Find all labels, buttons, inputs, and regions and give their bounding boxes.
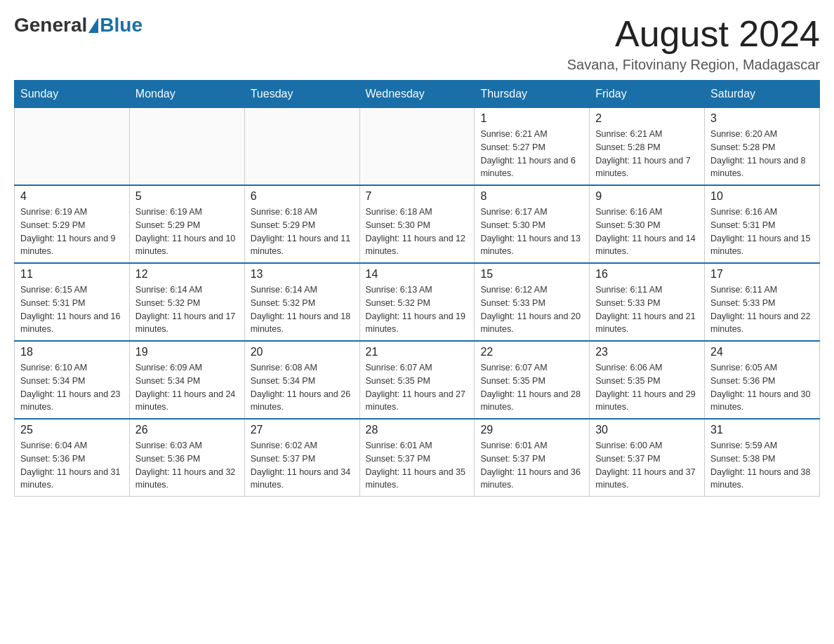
day-number: 6 bbox=[251, 190, 354, 203]
day-info: Sunrise: 6:01 AMSunset: 5:37 PMDaylight:… bbox=[480, 439, 583, 492]
day-info: Sunrise: 6:19 AMSunset: 5:29 PMDaylight:… bbox=[135, 206, 239, 258]
day-info: Sunrise: 6:06 AMSunset: 5:35 PMDaylight:… bbox=[595, 361, 699, 414]
day-info: Sunrise: 6:02 AMSunset: 5:37 PMDaylight:… bbox=[251, 439, 354, 492]
day-info: Sunrise: 6:07 AMSunset: 5:35 PMDaylight:… bbox=[366, 361, 469, 414]
day-number: 25 bbox=[20, 424, 124, 436]
calendar-week-row: 4Sunrise: 6:19 AMSunset: 5:29 PMDaylight… bbox=[15, 185, 820, 263]
table-row: 5Sunrise: 6:19 AMSunset: 5:29 PMDaylight… bbox=[129, 185, 244, 263]
day-info: Sunrise: 6:16 AMSunset: 5:31 PMDaylight:… bbox=[710, 206, 814, 258]
day-info: Sunrise: 6:18 AMSunset: 5:29 PMDaylight:… bbox=[251, 206, 354, 258]
table-row: 27Sunrise: 6:02 AMSunset: 5:37 PMDayligh… bbox=[244, 419, 359, 497]
table-row: 31Sunrise: 5:59 AMSunset: 5:38 PMDayligh… bbox=[705, 419, 820, 497]
day-number: 24 bbox=[710, 346, 814, 358]
day-info: Sunrise: 6:10 AMSunset: 5:34 PMDaylight:… bbox=[20, 361, 124, 414]
table-row: 15Sunrise: 6:12 AMSunset: 5:33 PMDayligh… bbox=[475, 263, 590, 341]
day-number: 31 bbox=[710, 424, 814, 436]
table-row: 14Sunrise: 6:13 AMSunset: 5:32 PMDayligh… bbox=[359, 263, 475, 341]
logo: General Blue bbox=[14, 14, 143, 36]
table-row: 19Sunrise: 6:09 AMSunset: 5:34 PMDayligh… bbox=[129, 341, 244, 419]
day-number: 26 bbox=[135, 424, 239, 436]
table-row: 25Sunrise: 6:04 AMSunset: 5:36 PMDayligh… bbox=[15, 419, 130, 497]
day-number: 20 bbox=[251, 346, 354, 358]
day-number: 23 bbox=[595, 346, 699, 358]
day-info: Sunrise: 6:09 AMSunset: 5:34 PMDaylight:… bbox=[135, 361, 239, 414]
day-number: 30 bbox=[595, 424, 699, 436]
header-thursday: Thursday bbox=[475, 81, 590, 108]
table-row: 10Sunrise: 6:16 AMSunset: 5:31 PMDayligh… bbox=[705, 185, 820, 263]
calendar-header-row: Sunday Monday Tuesday Wednesday Thursday… bbox=[15, 81, 820, 108]
day-number: 14 bbox=[366, 268, 469, 281]
day-info: Sunrise: 6:21 AMSunset: 5:28 PMDaylight:… bbox=[595, 128, 699, 180]
table-row: 2Sunrise: 6:21 AMSunset: 5:28 PMDaylight… bbox=[590, 108, 705, 186]
table-row: 16Sunrise: 6:11 AMSunset: 5:33 PMDayligh… bbox=[590, 263, 705, 341]
logo-blue-text: Blue bbox=[100, 14, 143, 36]
day-number: 2 bbox=[595, 112, 699, 125]
calendar-week-row: 18Sunrise: 6:10 AMSunset: 5:34 PMDayligh… bbox=[15, 341, 820, 419]
day-number: 13 bbox=[251, 268, 354, 281]
day-info: Sunrise: 6:00 AMSunset: 5:37 PMDaylight:… bbox=[595, 439, 699, 492]
table-row: 3Sunrise: 6:20 AMSunset: 5:28 PMDaylight… bbox=[705, 108, 820, 186]
table-row bbox=[15, 108, 130, 186]
day-number: 1 bbox=[480, 112, 583, 125]
table-row: 26Sunrise: 6:03 AMSunset: 5:36 PMDayligh… bbox=[129, 419, 244, 497]
day-info: Sunrise: 6:12 AMSunset: 5:33 PMDaylight:… bbox=[480, 283, 583, 336]
day-info: Sunrise: 6:08 AMSunset: 5:34 PMDaylight:… bbox=[251, 361, 354, 414]
table-row: 13Sunrise: 6:14 AMSunset: 5:32 PMDayligh… bbox=[244, 263, 359, 341]
table-row: 17Sunrise: 6:11 AMSunset: 5:33 PMDayligh… bbox=[705, 263, 820, 341]
day-info: Sunrise: 6:03 AMSunset: 5:36 PMDaylight:… bbox=[135, 439, 239, 492]
table-row: 18Sunrise: 6:10 AMSunset: 5:34 PMDayligh… bbox=[15, 341, 130, 419]
day-info: Sunrise: 6:17 AMSunset: 5:30 PMDaylight:… bbox=[480, 206, 583, 258]
day-info: Sunrise: 6:14 AMSunset: 5:32 PMDaylight:… bbox=[251, 283, 354, 336]
day-number: 15 bbox=[480, 268, 583, 281]
day-number: 19 bbox=[135, 346, 239, 358]
day-info: Sunrise: 5:59 AMSunset: 5:38 PMDaylight:… bbox=[710, 439, 814, 492]
day-info: Sunrise: 6:14 AMSunset: 5:32 PMDaylight:… bbox=[135, 283, 239, 336]
table-row bbox=[359, 108, 475, 186]
table-row: 11Sunrise: 6:15 AMSunset: 5:31 PMDayligh… bbox=[15, 263, 130, 341]
day-number: 8 bbox=[480, 190, 583, 203]
table-row bbox=[244, 108, 359, 186]
logo-triangle-icon bbox=[88, 18, 98, 33]
table-row: 1Sunrise: 6:21 AMSunset: 5:27 PMDaylight… bbox=[475, 108, 590, 186]
table-row: 9Sunrise: 6:16 AMSunset: 5:30 PMDaylight… bbox=[590, 185, 705, 263]
day-info: Sunrise: 6:21 AMSunset: 5:27 PMDaylight:… bbox=[480, 128, 583, 180]
day-info: Sunrise: 6:05 AMSunset: 5:36 PMDaylight:… bbox=[710, 361, 814, 414]
day-number: 9 bbox=[595, 190, 699, 203]
day-info: Sunrise: 6:11 AMSunset: 5:33 PMDaylight:… bbox=[710, 283, 814, 336]
page-header: General Blue August 2024 Savana, Fitovin… bbox=[14, 14, 820, 73]
header-wednesday: Wednesday bbox=[359, 81, 475, 108]
header-tuesday: Tuesday bbox=[244, 81, 359, 108]
header-monday: Monday bbox=[129, 81, 244, 108]
day-info: Sunrise: 6:19 AMSunset: 5:29 PMDaylight:… bbox=[20, 206, 124, 258]
table-row: 12Sunrise: 6:14 AMSunset: 5:32 PMDayligh… bbox=[129, 263, 244, 341]
header-friday: Friday bbox=[590, 81, 705, 108]
table-row: 22Sunrise: 6:07 AMSunset: 5:35 PMDayligh… bbox=[475, 341, 590, 419]
day-number: 11 bbox=[20, 268, 124, 281]
table-row: 24Sunrise: 6:05 AMSunset: 5:36 PMDayligh… bbox=[705, 341, 820, 419]
table-row: 30Sunrise: 6:00 AMSunset: 5:37 PMDayligh… bbox=[590, 419, 705, 497]
day-number: 21 bbox=[366, 346, 469, 358]
day-number: 7 bbox=[366, 190, 469, 203]
table-row: 7Sunrise: 6:18 AMSunset: 5:30 PMDaylight… bbox=[359, 185, 475, 263]
table-row: 8Sunrise: 6:17 AMSunset: 5:30 PMDaylight… bbox=[475, 185, 590, 263]
table-row: 21Sunrise: 6:07 AMSunset: 5:35 PMDayligh… bbox=[359, 341, 475, 419]
day-info: Sunrise: 6:15 AMSunset: 5:31 PMDaylight:… bbox=[20, 283, 124, 336]
title-section: August 2024 Savana, Fitovinany Region, M… bbox=[567, 14, 820, 73]
day-number: 18 bbox=[20, 346, 124, 358]
table-row: 6Sunrise: 6:18 AMSunset: 5:29 PMDaylight… bbox=[244, 185, 359, 263]
day-number: 29 bbox=[480, 424, 583, 436]
day-info: Sunrise: 6:13 AMSunset: 5:32 PMDaylight:… bbox=[366, 283, 469, 336]
table-row: 4Sunrise: 6:19 AMSunset: 5:29 PMDaylight… bbox=[15, 185, 130, 263]
calendar-week-row: 11Sunrise: 6:15 AMSunset: 5:31 PMDayligh… bbox=[15, 263, 820, 341]
header-sunday: Sunday bbox=[15, 81, 130, 108]
table-row bbox=[129, 108, 244, 186]
day-number: 5 bbox=[135, 190, 239, 203]
table-row: 29Sunrise: 6:01 AMSunset: 5:37 PMDayligh… bbox=[475, 419, 590, 497]
location-title: Savana, Fitovinany Region, Madagascar bbox=[567, 57, 820, 73]
day-number: 17 bbox=[710, 268, 814, 281]
day-number: 3 bbox=[710, 112, 814, 125]
month-title: August 2024 bbox=[567, 14, 820, 54]
day-number: 16 bbox=[595, 268, 699, 281]
header-saturday: Saturday bbox=[705, 81, 820, 108]
day-info: Sunrise: 6:16 AMSunset: 5:30 PMDaylight:… bbox=[595, 206, 699, 258]
